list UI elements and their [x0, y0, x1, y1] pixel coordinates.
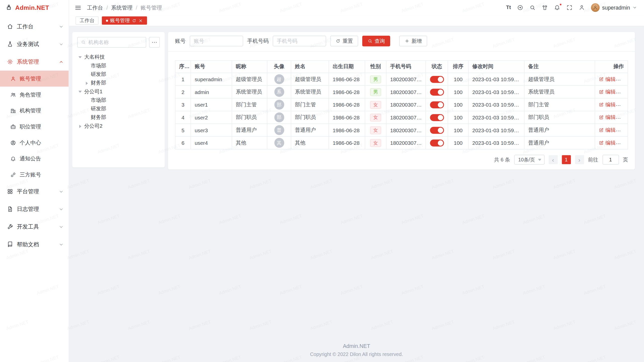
status-toggle[interactable] — [430, 101, 444, 108]
sidebar-item-position-mgmt[interactable]: 职位管理 — [0, 119, 69, 135]
menu-toggle-icon[interactable] — [75, 4, 81, 11]
col-header: 出生日期 — [329, 61, 365, 73]
goto-page-input[interactable] — [602, 155, 619, 165]
sidebar-item-business-test[interactable]: 业务测试 — [0, 35, 69, 53]
table-row[interactable]: 6 user4 其他 其 其他 1986-06-28 女 18020030720 — [175, 137, 628, 149]
tree-node-label: 研发部 — [91, 106, 106, 113]
edit-button[interactable]: 编辑 — [599, 88, 616, 96]
next-page-button[interactable] — [575, 155, 584, 164]
prev-page-button[interactable] — [548, 155, 557, 164]
caret-placeholder — [85, 116, 89, 120]
phone-filter-input[interactable] — [273, 36, 326, 46]
toggle-knob — [438, 89, 443, 95]
sidebar-item-label: 工作台 — [17, 23, 33, 30]
sidebar-item-notice[interactable]: 通知公告 — [0, 151, 69, 167]
caret-placeholder — [85, 98, 89, 102]
sidebar-item-label: 角色管理 — [20, 91, 41, 98]
sidebar-item-workbench[interactable]: 工作台 — [0, 18, 69, 35]
add-button-label: 新增 — [412, 37, 422, 44]
tree-node[interactable]: 分公司1 — [77, 87, 160, 96]
row-avatar: 系 — [274, 87, 284, 97]
tab-account-mgmt[interactable]: 账号管理 — [102, 16, 147, 25]
profile-icon — [10, 140, 16, 146]
font-size-icon[interactable]: Tt — [506, 5, 511, 10]
sidebar-item-org-mgmt[interactable]: 机构管理 — [0, 103, 69, 119]
sidebar-item-role-mgmt[interactable]: 角色管理 — [0, 86, 69, 103]
footer-title: Admin.NET — [69, 343, 644, 349]
status-toggle[interactable] — [430, 139, 444, 146]
sidebar-item-help-docs[interactable]: 帮助文档 — [0, 236, 69, 253]
tab-workbench[interactable]: 工作台 — [75, 16, 98, 25]
tree-node[interactable]: 大名科技 — [77, 53, 160, 62]
status-toggle[interactable] — [430, 114, 444, 121]
reset-button[interactable]: 重置 — [330, 36, 358, 46]
edit-button[interactable]: 编辑 — [599, 76, 616, 83]
col-header: 排序 — [448, 61, 468, 73]
page-number-button[interactable]: 1 — [562, 155, 571, 164]
cell-account: user2 — [191, 111, 232, 124]
sidebar-item-log-mgmt[interactable]: 日志管理 — [0, 200, 69, 218]
search-button[interactable]: 查询 — [362, 36, 390, 46]
refresh-icon[interactable] — [132, 18, 136, 23]
sidebar-item-account-mgmt[interactable]: 账号管理 — [0, 71, 69, 87]
notification-bell[interactable] — [554, 5, 560, 11]
cell-account: user3 — [191, 124, 232, 137]
person-icon[interactable] — [579, 5, 585, 11]
tree-node[interactable]: 研发部 — [77, 70, 160, 79]
phone-filter-label: 手机号码 — [247, 37, 269, 45]
table-row[interactable]: 1 superadmin 超级管理员 超 超级管理员 1986-06-28 男 … — [175, 73, 628, 86]
tree-node[interactable]: 市场部 — [77, 96, 160, 105]
theme-icon[interactable] — [542, 5, 548, 11]
status-toggle[interactable] — [430, 76, 444, 83]
breadcrumb-item[interactable]: 工作台 — [87, 4, 111, 11]
cell-remark: 系统管理员 — [524, 85, 595, 98]
page-size-select[interactable]: 10条/页 — [514, 155, 544, 165]
toggle-knob — [438, 140, 443, 146]
org-search-input[interactable] — [88, 39, 143, 45]
cell-index: 5 — [175, 124, 191, 137]
edit-button[interactable]: 编辑 — [599, 127, 616, 134]
account-filter-input[interactable] — [190, 36, 243, 46]
status-toggle[interactable] — [430, 127, 444, 134]
edit-button[interactable]: 编辑 — [599, 139, 616, 146]
sidebar-item-third-party-account[interactable]: 三方账号 — [0, 167, 69, 183]
tree-node[interactable]: 研发部 — [77, 105, 160, 113]
org-search-box[interactable] — [77, 37, 146, 48]
table-row[interactable]: 5 user3 普通用户 普 普通用户 1986-06-28 女 1802003… — [175, 124, 628, 137]
close-icon[interactable] — [138, 18, 143, 23]
sidebar-item-dev-tools[interactable]: 开发工具 — [0, 218, 69, 236]
org-more-button[interactable] — [149, 37, 160, 48]
gender-badge: 男 — [370, 88, 381, 96]
tree-node[interactable]: 财务部 — [77, 79, 160, 87]
caret-down-icon[interactable] — [78, 55, 82, 59]
caret-down-icon[interactable] — [78, 90, 82, 94]
tree-node[interactable]: 分公司2 — [77, 122, 160, 130]
logo[interactable]: Admin.NET — [0, 0, 69, 15]
table-row[interactable]: 2 admin 系统管理员 系 系统管理员 1986-06-28 男 18020… — [175, 85, 628, 98]
sidebar-item-personal-center[interactable]: 个人中心 — [0, 135, 69, 151]
sidebar-item-system-mgmt[interactable]: 系统管理 — [0, 53, 69, 71]
col-header: 序号 — [175, 61, 191, 73]
sidebar-item-label: 开发工具 — [17, 223, 39, 230]
circle-arrow-icon[interactable] — [517, 5, 523, 11]
caret-right-icon[interactable] — [85, 81, 89, 85]
tree-node[interactable]: 市场部 — [77, 62, 160, 70]
fullscreen-icon[interactable] — [567, 5, 573, 11]
table-row[interactable]: 4 user2 部门职员 部 部门职员 1986-06-28 女 1802003… — [175, 111, 628, 124]
status-toggle[interactable] — [430, 88, 444, 96]
tree-node[interactable]: 财务部 — [77, 113, 160, 122]
app-window: Admin.NET 工作台 业务测试 系统管理 — [0, 0, 644, 362]
edit-button[interactable]: 编辑 — [599, 101, 616, 108]
content-area: 大名科技 市场部 研发部 财务部 — [69, 26, 644, 362]
table-row[interactable]: 3 user1 部门主管 部 部门主管 1986-06-28 女 1802003… — [175, 98, 628, 111]
cell-account: user1 — [191, 98, 232, 111]
page-footer: Admin.NET Copyright © 2022 Dilon All rig… — [69, 343, 644, 362]
user-menu[interactable]: superadmin — [591, 3, 637, 12]
edit-icon — [599, 115, 604, 120]
caret-right-icon[interactable] — [78, 124, 82, 128]
search-icon[interactable] — [530, 5, 536, 11]
add-button[interactable]: 新增 — [399, 36, 427, 46]
sidebar-item-platform-mgmt[interactable]: 平台管理 — [0, 183, 69, 200]
breadcrumb-item[interactable]: 系统管理 — [111, 4, 141, 11]
edit-button[interactable]: 编辑 — [599, 114, 616, 121]
